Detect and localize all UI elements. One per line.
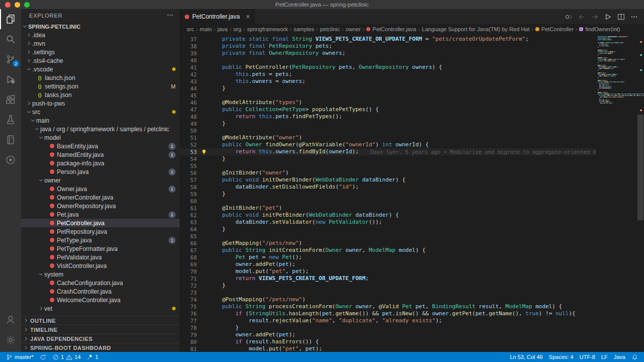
- code-line-48[interactable]: 48 return this.pets.findPetTypes();: [180, 113, 596, 120]
- code-line-42[interactable]: 42 this.pets = pets;: [180, 71, 596, 78]
- breadcrumb-org[interactable]: org: [233, 26, 242, 32]
- code-line-54[interactable]: 54 }: [180, 155, 596, 162]
- breadcrumb-petcontroller[interactable]: PetController: [535, 26, 574, 32]
- status-eol[interactable]: LF: [598, 352, 611, 362]
- code-line-46[interactable]: 46 @ModelAttribute("types"): [180, 99, 596, 106]
- status-notifications[interactable]: [628, 352, 641, 362]
- code-line-45[interactable]: 45: [180, 92, 596, 99]
- file-petcontroller-java[interactable]: PetController.java: [21, 219, 180, 227]
- status-sync[interactable]: [37, 352, 49, 362]
- section-outline[interactable]: OUTLINE: [21, 316, 180, 325]
- status-git-branch[interactable]: master*: [3, 352, 37, 362]
- folder-idea[interactable]: .idea: [21, 31, 180, 39]
- scrollbar-thumb[interactable]: [637, 115, 643, 220]
- code-line-62[interactable]: 62 public void initPetBinder(WebDataBind…: [180, 212, 596, 219]
- activity-run-debug-button[interactable]: [0, 69, 21, 89]
- file-baseentity-java[interactable]: BaseEntity.java1: [21, 142, 180, 150]
- folder-sts4-cache[interactable]: .sts4-cache: [21, 56, 180, 65]
- code-line-63[interactable]: 63 dataBinder.setValidator(new PetValida…: [180, 219, 596, 226]
- code-line-47[interactable]: 47 public Collection<PetType> populatePe…: [180, 106, 596, 113]
- code-line-52[interactable]: 52 public Owner findOwner(@PathVariable(…: [180, 141, 596, 148]
- code-line-40[interactable]: 40: [180, 57, 596, 64]
- file-welcomecontroller-java[interactable]: WelcomeController.java: [21, 296, 180, 304]
- file-cacheconfiguration-java[interactable]: CacheConfiguration.java: [21, 279, 180, 287]
- code-line-38[interactable]: 38 private final PetRepository pets;: [180, 43, 596, 50]
- status-encoding[interactable]: UTF-8: [577, 352, 598, 362]
- code-line-66[interactable]: 66 @GetMapping("/pets/new"): [180, 240, 596, 247]
- folder-vscode[interactable]: .vscode: [21, 65, 180, 73]
- folder-push-to-pws[interactable]: push-to-pws: [21, 99, 180, 108]
- minimize-window-button[interactable]: [15, 2, 20, 8]
- section-timeline[interactable]: TIMELINE: [21, 325, 180, 334]
- editor-scrollbar[interactable]: [637, 34, 644, 352]
- code-line-65[interactable]: 65: [180, 233, 596, 240]
- folder-main[interactable]: main: [21, 116, 180, 125]
- file-pettypeformatter-java[interactable]: PetTypeFormatter.java: [21, 244, 180, 253]
- open-changes-icon[interactable]: [565, 13, 573, 21]
- folder-vet[interactable]: vet: [21, 304, 180, 313]
- activity-spring-boot-dashboard-button[interactable]: [0, 150, 21, 170]
- file-petvalidator-java[interactable]: PetValidator.java: [21, 253, 180, 261]
- activity-explorer-button[interactable]: [0, 9, 21, 29]
- activity-test-button[interactable]: [0, 110, 21, 130]
- code-line-51[interactable]: 51 @ModelAttribute("owner"): [180, 134, 596, 141]
- file-visitcontroller-java[interactable]: VisitController.java: [21, 261, 180, 270]
- lightbulb-icon[interactable]: [199, 149, 209, 155]
- tab-petcontroller-java[interactable]: PetController.java ×: [180, 9, 255, 24]
- code-line-76[interactable]: 76 if (StringUtils.hasLength(pet.getName…: [180, 310, 596, 317]
- code-line-58[interactable]: 58 dataBinder.setDisallowedFields("id");: [180, 184, 596, 191]
- folder-spring-petclinic[interactable]: SPRING-PETCLINIC: [21, 22, 180, 31]
- status-tasks[interactable]: 1: [84, 352, 101, 362]
- code-line-49[interactable]: 49 }: [180, 120, 596, 127]
- activity-accounts-button[interactable]: [0, 310, 21, 330]
- breadcrumb-main[interactable]: main: [200, 26, 212, 32]
- file-namedentity-java[interactable]: NamedEntity.java1: [21, 150, 180, 159]
- forward-icon[interactable]: [591, 13, 599, 21]
- breadcrumb-owner[interactable]: owner: [346, 26, 361, 32]
- file-package-info-java[interactable]: package-info.java: [21, 159, 180, 167]
- section-java-dependencies[interactable]: JAVA DEPENDENCIES: [21, 334, 180, 343]
- breadcrumb-language-support-for-java-tm-by-red-hat[interactable]: Language Support for Java(TM) by Red Hat: [422, 26, 530, 32]
- views-and-more-actions-icon[interactable]: [167, 12, 174, 20]
- file-petrepository-java[interactable]: PetRepository.java: [21, 227, 180, 236]
- file-settings-json[interactable]: {}settings.jsonM: [21, 82, 180, 90]
- file-owner-java[interactable]: Owner.java1: [21, 185, 180, 193]
- minimap[interactable]: [597, 34, 637, 104]
- code-line-74[interactable]: 74 @PostMapping("/pets/new"): [180, 296, 596, 303]
- close-window-button[interactable]: [5, 2, 11, 8]
- run-file-icon[interactable]: [604, 13, 612, 21]
- status-indentation[interactable]: Spaces: 4: [546, 352, 577, 362]
- code-line-73[interactable]: 73: [180, 289, 596, 296]
- more-actions-icon[interactable]: [630, 13, 638, 21]
- code-line-80[interactable]: 80 if (result.hasErrors()) {: [180, 338, 596, 345]
- code-line-72[interactable]: 72 }: [180, 282, 596, 289]
- folder-owner[interactable]: owner: [21, 176, 180, 185]
- code-line-79[interactable]: 79 owner.addPet(pet);: [180, 331, 596, 338]
- file-pet-java[interactable]: Pet.java1: [21, 210, 180, 219]
- close-tab-icon[interactable]: ×: [246, 13, 250, 20]
- code-editor[interactable]: 37 private static final String VIEWS_PET…: [180, 34, 644, 352]
- code-line-64[interactable]: 64 }: [180, 226, 596, 233]
- breadcrumb-petcontroller-java[interactable]: PetController.java: [366, 26, 416, 32]
- code-line-44[interactable]: 44 }: [180, 85, 596, 92]
- code-line-56[interactable]: 56 @InitBinder("owner"): [180, 169, 596, 176]
- folder-mvn[interactable]: .mvn: [21, 39, 180, 48]
- section-spring-boot-dashboard[interactable]: SPRING-BOOT DASHBOARD: [21, 343, 180, 352]
- folder-system[interactable]: system: [21, 270, 180, 279]
- code-line-55[interactable]: 55: [180, 162, 596, 169]
- file-crashcontroller-java[interactable]: CrashController.java: [21, 287, 180, 296]
- code-line-41[interactable]: 41 public PetController(PetRepository pe…: [180, 64, 596, 71]
- folder-java-org-springframework-samples-petclinic[interactable]: java / org / springframework / samples /…: [21, 125, 180, 133]
- folder-model[interactable]: model: [21, 133, 180, 142]
- code-line-71[interactable]: 71 return VIEWS_PETS_CREATE_OR_UPDATE_FO…: [180, 275, 596, 282]
- folder-settings[interactable]: .settings: [21, 48, 180, 56]
- status-cursor-position[interactable]: Ln 53, Col 46: [507, 352, 545, 362]
- code-line-68[interactable]: 68 Pet pet = new Pet();: [180, 254, 596, 261]
- file-launch-json[interactable]: {}launch.json: [21, 73, 180, 82]
- code-line-60[interactable]: 60: [180, 198, 596, 205]
- code-line-53[interactable]: 53 return this.owners.findById(ownerId);…: [180, 148, 596, 155]
- file-ownercontroller-java[interactable]: OwnerController.java: [21, 193, 180, 202]
- breadcrumb-src[interactable]: src: [187, 26, 194, 32]
- code-line-37[interactable]: 37 private static final String VIEWS_PET…: [180, 36, 596, 43]
- code-line-59[interactable]: 59 }: [180, 191, 596, 198]
